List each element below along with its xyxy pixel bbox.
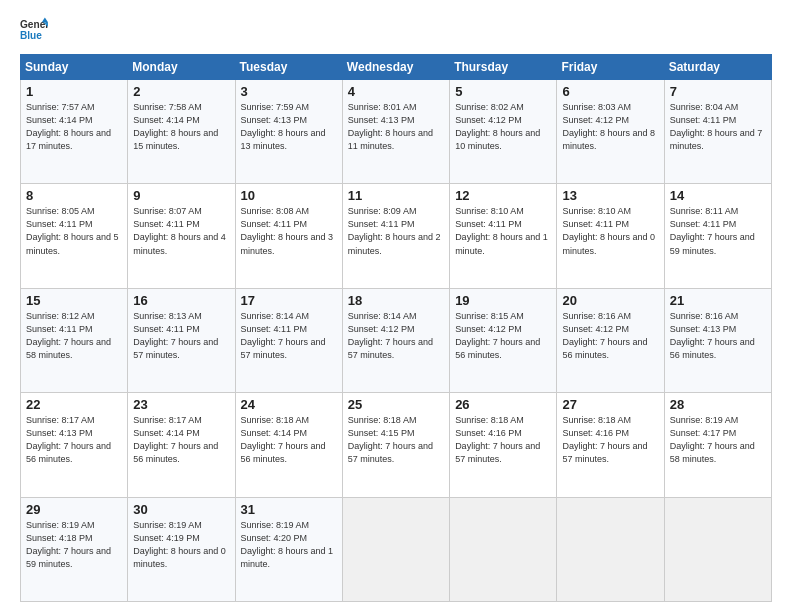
day-info: Sunrise: 8:09 AM Sunset: 4:11 PM Dayligh… (348, 205, 444, 257)
sunset-label: Sunset: 4:14 PM (133, 428, 200, 438)
sunset-label: Sunset: 4:11 PM (133, 219, 200, 229)
day-cell-5: 5 Sunrise: 8:02 AM Sunset: 4:12 PM Dayli… (450, 80, 557, 184)
sunrise-label: Sunrise: 8:09 AM (348, 206, 417, 216)
day-info: Sunrise: 8:16 AM Sunset: 4:12 PM Dayligh… (562, 310, 658, 362)
empty-cell (557, 497, 664, 601)
sunset-label: Sunset: 4:17 PM (670, 428, 737, 438)
day-info: Sunrise: 8:19 AM Sunset: 4:18 PM Dayligh… (26, 519, 122, 571)
sunrise-label: Sunrise: 8:19 AM (26, 520, 95, 530)
day-number: 4 (348, 84, 444, 99)
day-cell-10: 10 Sunrise: 8:08 AM Sunset: 4:11 PM Dayl… (235, 184, 342, 288)
sunset-label: Sunset: 4:13 PM (670, 324, 737, 334)
day-info: Sunrise: 8:18 AM Sunset: 4:14 PM Dayligh… (241, 414, 337, 466)
day-number: 18 (348, 293, 444, 308)
day-cell-2: 2 Sunrise: 7:58 AM Sunset: 4:14 PM Dayli… (128, 80, 235, 184)
daylight-label: Daylight: 8 hours and 4 minutes. (133, 232, 226, 255)
day-number: 9 (133, 188, 229, 203)
sunset-label: Sunset: 4:13 PM (241, 115, 308, 125)
day-number: 2 (133, 84, 229, 99)
daylight-label: Daylight: 8 hours and 10 minutes. (455, 128, 540, 151)
day-info: Sunrise: 8:19 AM Sunset: 4:19 PM Dayligh… (133, 519, 229, 571)
sunset-label: Sunset: 4:16 PM (562, 428, 629, 438)
sunset-label: Sunset: 4:11 PM (26, 324, 93, 334)
day-number: 21 (670, 293, 766, 308)
sunset-label: Sunset: 4:19 PM (133, 533, 200, 543)
col-header-thursday: Thursday (450, 55, 557, 80)
day-cell-9: 9 Sunrise: 8:07 AM Sunset: 4:11 PM Dayli… (128, 184, 235, 288)
sunrise-label: Sunrise: 8:18 AM (241, 415, 310, 425)
day-cell-12: 12 Sunrise: 8:10 AM Sunset: 4:11 PM Dayl… (450, 184, 557, 288)
daylight-label: Daylight: 7 hours and 56 minutes. (562, 337, 647, 360)
sunset-label: Sunset: 4:14 PM (26, 115, 93, 125)
daylight-label: Daylight: 8 hours and 13 minutes. (241, 128, 326, 151)
day-number: 7 (670, 84, 766, 99)
col-header-saturday: Saturday (664, 55, 771, 80)
daylight-label: Daylight: 7 hours and 59 minutes. (26, 546, 111, 569)
sunrise-label: Sunrise: 8:05 AM (26, 206, 95, 216)
day-cell-20: 20 Sunrise: 8:16 AM Sunset: 4:12 PM Dayl… (557, 288, 664, 392)
day-cell-26: 26 Sunrise: 8:18 AM Sunset: 4:16 PM Dayl… (450, 393, 557, 497)
day-number: 6 (562, 84, 658, 99)
day-cell-6: 6 Sunrise: 8:03 AM Sunset: 4:12 PM Dayli… (557, 80, 664, 184)
sunrise-label: Sunrise: 8:14 AM (348, 311, 417, 321)
sunrise-label: Sunrise: 7:58 AM (133, 102, 202, 112)
sunset-label: Sunset: 4:11 PM (241, 324, 308, 334)
daylight-label: Daylight: 7 hours and 56 minutes. (133, 441, 218, 464)
day-cell-22: 22 Sunrise: 8:17 AM Sunset: 4:13 PM Dayl… (21, 393, 128, 497)
logo-icon: General Blue (20, 16, 48, 44)
sunset-label: Sunset: 4:12 PM (348, 324, 415, 334)
sunset-label: Sunset: 4:12 PM (455, 115, 522, 125)
day-cell-31: 31 Sunrise: 8:19 AM Sunset: 4:20 PM Dayl… (235, 497, 342, 601)
day-number: 10 (241, 188, 337, 203)
daylight-label: Daylight: 8 hours and 17 minutes. (26, 128, 111, 151)
day-number: 30 (133, 502, 229, 517)
sunset-label: Sunset: 4:18 PM (26, 533, 93, 543)
day-cell-25: 25 Sunrise: 8:18 AM Sunset: 4:15 PM Dayl… (342, 393, 449, 497)
sunset-label: Sunset: 4:11 PM (455, 219, 522, 229)
sunset-label: Sunset: 4:11 PM (348, 219, 415, 229)
day-number: 22 (26, 397, 122, 412)
sunrise-label: Sunrise: 8:17 AM (26, 415, 95, 425)
day-info: Sunrise: 8:17 AM Sunset: 4:13 PM Dayligh… (26, 414, 122, 466)
sunset-label: Sunset: 4:16 PM (455, 428, 522, 438)
day-cell-27: 27 Sunrise: 8:18 AM Sunset: 4:16 PM Dayl… (557, 393, 664, 497)
day-cell-30: 30 Sunrise: 8:19 AM Sunset: 4:19 PM Dayl… (128, 497, 235, 601)
day-number: 25 (348, 397, 444, 412)
daylight-label: Daylight: 8 hours and 0 minutes. (133, 546, 226, 569)
daylight-label: Daylight: 8 hours and 2 minutes. (348, 232, 441, 255)
day-number: 28 (670, 397, 766, 412)
sunset-label: Sunset: 4:13 PM (348, 115, 415, 125)
day-info: Sunrise: 8:13 AM Sunset: 4:11 PM Dayligh… (133, 310, 229, 362)
day-info: Sunrise: 7:59 AM Sunset: 4:13 PM Dayligh… (241, 101, 337, 153)
sunrise-label: Sunrise: 8:18 AM (455, 415, 524, 425)
day-info: Sunrise: 8:10 AM Sunset: 4:11 PM Dayligh… (455, 205, 551, 257)
day-cell-3: 3 Sunrise: 7:59 AM Sunset: 4:13 PM Dayli… (235, 80, 342, 184)
sunrise-label: Sunrise: 8:10 AM (562, 206, 631, 216)
col-header-wednesday: Wednesday (342, 55, 449, 80)
day-info: Sunrise: 8:18 AM Sunset: 4:16 PM Dayligh… (562, 414, 658, 466)
day-info: Sunrise: 8:08 AM Sunset: 4:11 PM Dayligh… (241, 205, 337, 257)
sunset-label: Sunset: 4:13 PM (26, 428, 93, 438)
day-info: Sunrise: 8:18 AM Sunset: 4:16 PM Dayligh… (455, 414, 551, 466)
daylight-label: Daylight: 7 hours and 57 minutes. (455, 441, 540, 464)
day-cell-29: 29 Sunrise: 8:19 AM Sunset: 4:18 PM Dayl… (21, 497, 128, 601)
day-info: Sunrise: 8:10 AM Sunset: 4:11 PM Dayligh… (562, 205, 658, 257)
col-header-friday: Friday (557, 55, 664, 80)
day-number: 15 (26, 293, 122, 308)
daylight-label: Daylight: 8 hours and 11 minutes. (348, 128, 433, 151)
day-cell-13: 13 Sunrise: 8:10 AM Sunset: 4:11 PM Dayl… (557, 184, 664, 288)
daylight-label: Daylight: 8 hours and 5 minutes. (26, 232, 119, 255)
calendar-table: SundayMondayTuesdayWednesdayThursdayFrid… (20, 54, 772, 602)
day-cell-11: 11 Sunrise: 8:09 AM Sunset: 4:11 PM Dayl… (342, 184, 449, 288)
sunset-label: Sunset: 4:12 PM (562, 324, 629, 334)
day-info: Sunrise: 8:11 AM Sunset: 4:11 PM Dayligh… (670, 205, 766, 257)
daylight-label: Daylight: 7 hours and 57 minutes. (133, 337, 218, 360)
empty-cell (664, 497, 771, 601)
day-number: 29 (26, 502, 122, 517)
day-info: Sunrise: 7:57 AM Sunset: 4:14 PM Dayligh… (26, 101, 122, 153)
day-info: Sunrise: 8:18 AM Sunset: 4:15 PM Dayligh… (348, 414, 444, 466)
day-info: Sunrise: 8:07 AM Sunset: 4:11 PM Dayligh… (133, 205, 229, 257)
sunrise-label: Sunrise: 8:02 AM (455, 102, 524, 112)
day-cell-8: 8 Sunrise: 8:05 AM Sunset: 4:11 PM Dayli… (21, 184, 128, 288)
daylight-label: Daylight: 8 hours and 7 minutes. (670, 128, 763, 151)
